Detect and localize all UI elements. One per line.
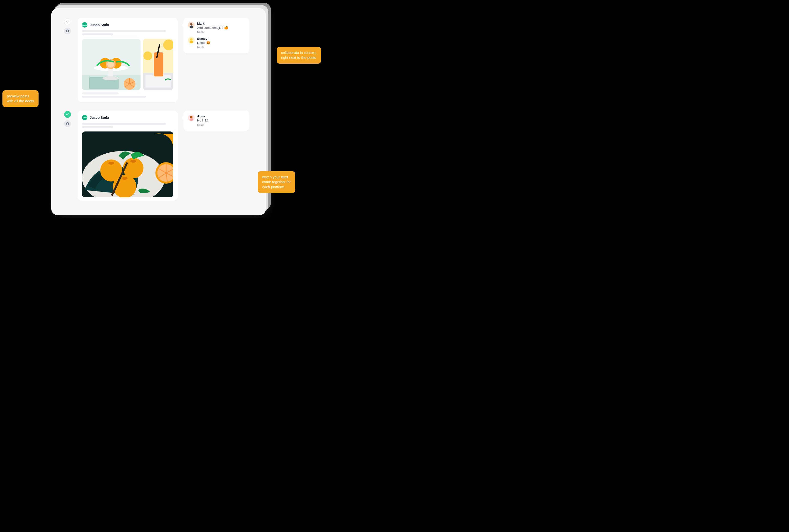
status-column <box>63 111 72 127</box>
svg-point-17 <box>144 52 152 60</box>
comment-author: Stacey <box>197 37 245 40</box>
callout-preview: preview postswith all the deets <box>2 90 39 107</box>
comment-text: Done! 🤩 <box>197 41 245 45</box>
avatar <box>188 114 195 121</box>
brand-name: Jusco Soda <box>90 23 109 27</box>
svg-point-5 <box>102 76 119 80</box>
approve-badge[interactable] <box>64 111 71 118</box>
svg-rect-38 <box>190 118 193 121</box>
feed-panel: Jusco Jusco Soda <box>51 8 266 215</box>
post-preview[interactable]: Jusco Jusco Soda <box>78 111 177 201</box>
svg-point-31 <box>130 160 136 163</box>
avatar <box>188 22 195 28</box>
facebook-badge[interactable] <box>64 27 71 34</box>
comment-thread: Mark Add some emojis? 🍊 Reply Stacey Don… <box>184 18 249 53</box>
svg-point-30 <box>108 162 114 165</box>
text-placeholder <box>82 33 113 35</box>
text-placeholder <box>82 126 113 128</box>
comment: Mark Add some emojis? 🍊 Reply <box>188 22 245 33</box>
svg-rect-24 <box>190 41 193 43</box>
approve-badge[interactable] <box>64 18 71 25</box>
post-image <box>82 132 173 197</box>
callout-collaborate: collaborate in context,right next to the… <box>277 47 321 64</box>
post-preview[interactable]: Jusco Jusco Soda <box>78 18 177 102</box>
svg-point-37 <box>190 116 192 118</box>
svg-point-23 <box>190 38 192 41</box>
comment-author: Anna <box>197 114 245 118</box>
svg-point-20 <box>190 23 192 25</box>
check-icon <box>66 113 69 116</box>
comment-text: Add some emojis? 🍊 <box>197 26 245 30</box>
reply-link[interactable]: Reply <box>197 123 245 126</box>
comment-text: No link? <box>197 118 245 122</box>
reply-link[interactable]: Reply <box>197 45 245 49</box>
reply-link[interactable]: Reply <box>197 31 245 33</box>
svg-point-32 <box>122 177 128 180</box>
feed-row: Jusco Jusco Soda <box>63 111 254 201</box>
text-placeholder <box>82 30 166 32</box>
svg-rect-13 <box>145 75 171 88</box>
brand-name: Jusco Soda <box>90 116 109 119</box>
avatar <box>188 37 195 44</box>
feed-row: Jusco Jusco Soda <box>63 18 254 102</box>
svg-rect-21 <box>190 25 193 28</box>
post-image <box>143 39 173 90</box>
check-icon <box>66 20 69 23</box>
comment-author: Mark <box>197 22 245 25</box>
text-placeholder <box>82 123 166 125</box>
comment-thread: Anna No link? Reply <box>184 111 249 131</box>
brand-avatar: Jusco <box>82 115 87 120</box>
text-placeholder <box>82 96 146 98</box>
comment: Anna No link? Reply <box>188 114 245 126</box>
facebook-icon <box>66 122 69 126</box>
brand-avatar: Jusco <box>82 22 87 27</box>
post-image <box>82 39 140 90</box>
text-placeholder <box>82 92 118 94</box>
comment: Stacey Done! 🤩 Reply <box>188 37 245 49</box>
svg-rect-14 <box>154 52 164 77</box>
status-column <box>63 18 72 34</box>
facebook-icon <box>66 29 69 33</box>
facebook-badge[interactable] <box>64 120 71 127</box>
callout-feed: watch your feedcome together foreach pla… <box>258 171 295 193</box>
